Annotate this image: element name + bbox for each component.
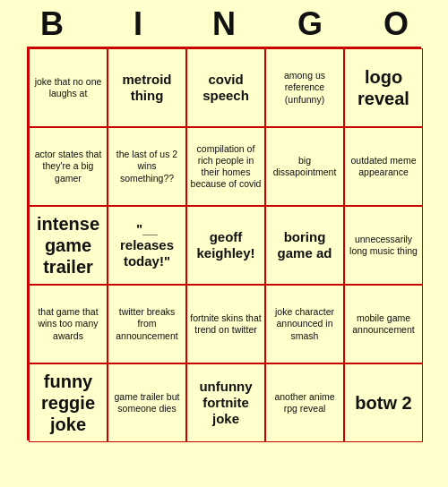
bingo-cell-10[interactable]: intense game trailer: [29, 206, 108, 285]
bingo-cell-4[interactable]: logo reveal: [344, 48, 423, 127]
bingo-letter-i: I: [99, 5, 177, 43]
bingo-cell-13[interactable]: boring game ad: [265, 206, 344, 285]
bingo-cell-17[interactable]: fortnite skins that trend on twitter: [186, 285, 265, 363]
bingo-letter-b: B: [13, 5, 91, 43]
bingo-cell-24[interactable]: botw 2: [344, 363, 423, 442]
bingo-letter-n: N: [185, 5, 263, 43]
bingo-cell-20[interactable]: funny reggie joke: [29, 363, 108, 442]
bingo-cell-14[interactable]: unnecessarily long music thing: [344, 206, 423, 285]
bingo-cell-5[interactable]: actor states that they're a big gamer: [29, 127, 108, 206]
bingo-cell-15[interactable]: that game that wins too many awards: [29, 285, 108, 363]
bingo-cell-8[interactable]: big dissapointment: [265, 127, 344, 206]
bingo-header: BINGO: [9, 0, 439, 47]
bingo-cell-12[interactable]: geoff keighley!: [186, 206, 265, 285]
bingo-cell-18[interactable]: joke character announced in smash: [265, 285, 344, 363]
bingo-cell-11[interactable]: "__ releases today!": [108, 206, 186, 285]
bingo-cell-2[interactable]: covid speech: [186, 48, 265, 127]
bingo-cell-22[interactable]: unfunny fortnite joke: [186, 363, 265, 442]
bingo-cell-9[interactable]: outdated meme appearance: [344, 127, 423, 206]
bingo-letter-g: G: [271, 5, 349, 43]
bingo-grid: joke that no one laughs atmetroid thingc…: [27, 47, 421, 440]
bingo-cell-21[interactable]: game trailer but someone dies: [108, 363, 186, 442]
bingo-letter-o: O: [357, 5, 435, 43]
bingo-cell-0[interactable]: joke that no one laughs at: [29, 48, 108, 127]
bingo-cell-19[interactable]: mobile game announcement: [344, 285, 423, 363]
bingo-cell-23[interactable]: another anime rpg reveal: [265, 363, 344, 442]
bingo-cell-1[interactable]: metroid thing: [108, 48, 186, 127]
bingo-cell-7[interactable]: compilation of rich people in their home…: [186, 127, 265, 206]
bingo-cell-3[interactable]: among us reference (unfunny): [265, 48, 344, 127]
bingo-cell-6[interactable]: the last of us 2 wins something??: [108, 127, 186, 206]
bingo-cell-16[interactable]: twitter breaks from announcement: [108, 285, 186, 363]
